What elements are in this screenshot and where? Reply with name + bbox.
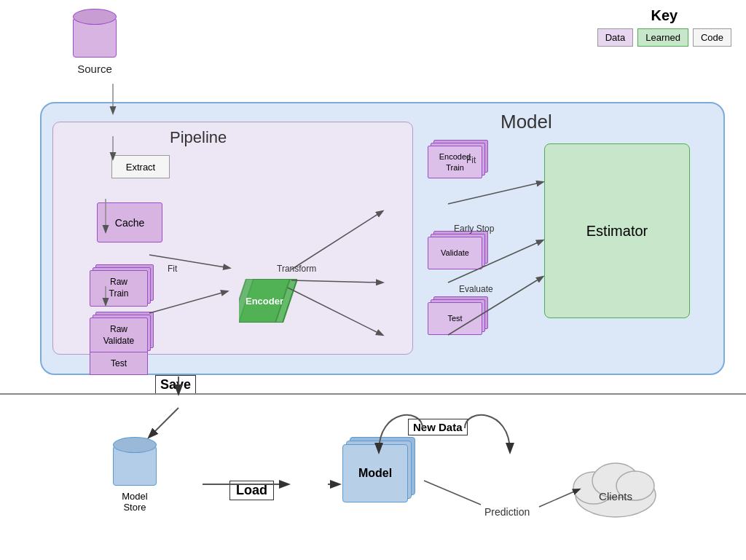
- key-data: Data: [597, 28, 633, 47]
- key-section: Key Data Learned Code: [597, 7, 731, 47]
- raw-train-line2: Train: [109, 288, 129, 300]
- enc-test-front: Test: [428, 302, 482, 335]
- source-label: Source: [77, 63, 112, 75]
- raw-val-front: Raw Validate: [90, 318, 148, 354]
- dividing-line: [0, 393, 746, 395]
- raw-val-line1: Raw: [110, 324, 127, 336]
- raw-train-wrapper: Raw Train: [90, 264, 159, 315]
- key-code: Code: [693, 28, 731, 47]
- cache-box: Cache: [97, 202, 162, 242]
- model-store-cylinder: [113, 437, 157, 488]
- fit-label2: Fit: [466, 155, 476, 165]
- source-cylinder: [73, 9, 117, 60]
- evaluate-label: Evaluate: [459, 284, 493, 294]
- raw-train-line1: Raw: [110, 277, 127, 288]
- extract-box: Extract: [111, 155, 170, 178]
- model-area-label: Model: [500, 111, 552, 133]
- save-label: Save: [155, 375, 196, 395]
- enc-val-label: Validate: [441, 248, 469, 258]
- source-db: Source: [73, 9, 117, 75]
- svg-text:Clients: Clients: [599, 490, 632, 502]
- svg-line-21: [149, 408, 178, 437]
- prediction-label: Prediction: [484, 506, 530, 518]
- fit-label1: Fit: [168, 264, 177, 274]
- bottom-model-label: Model: [358, 467, 392, 480]
- enc-val-wrapper: Validate: [428, 231, 492, 275]
- source-cylinder-top: [73, 9, 117, 25]
- raw-test-box: Test: [90, 352, 148, 375]
- main-box: Pipeline Extract Cache Raw Train: [40, 102, 725, 375]
- cache-label: Cache: [115, 217, 144, 229]
- transform-label: Transform: [277, 264, 316, 274]
- encoded-test-stack: Test: [428, 296, 492, 340]
- clients-cloud: Clients: [568, 448, 663, 524]
- model-store: Model Store: [113, 437, 157, 513]
- diagram-container: Key Data Learned Code Source Pipeline Ex…: [0, 0, 746, 560]
- bottom-model-stack: Model: [342, 437, 423, 510]
- load-label: Load: [229, 481, 274, 500]
- bm-front: Model: [342, 444, 408, 502]
- enc-train-line2: Train: [446, 162, 464, 173]
- encoder-shape: Encoder: [239, 279, 297, 326]
- enc-val-front: Validate: [428, 237, 482, 269]
- raw-val-line2: Validate: [103, 336, 134, 347]
- encoder-svg: Encoder: [239, 279, 297, 323]
- key-items: Data Learned Code: [597, 28, 731, 47]
- svg-text:Encoder: Encoder: [246, 296, 283, 307]
- raw-test-label: Test: [111, 358, 127, 368]
- extract-label: Extract: [126, 162, 155, 173]
- early-stop-label: Early Stop: [454, 224, 494, 234]
- new-data-label: New Data: [408, 419, 468, 435]
- key-learned: Learned: [637, 28, 688, 47]
- model-store-top: [113, 437, 157, 453]
- encoded-train-stack: Encoded Train: [428, 140, 492, 184]
- raw-train-stack: Raw Train: [90, 264, 159, 315]
- model-store-label: Model Store: [122, 491, 147, 513]
- bottom-model-wrapper: Model: [342, 437, 423, 510]
- clients-svg: Clients: [568, 448, 663, 521]
- enc-test-wrapper: Test: [428, 296, 492, 340]
- pipeline-box: Pipeline Extract Cache Raw Train: [52, 122, 413, 355]
- enc-test-label: Test: [447, 313, 462, 323]
- svg-line-24: [424, 481, 481, 505]
- raw-train-front: Raw Train: [90, 270, 148, 307]
- enc-train-wrapper: Encoded Train: [428, 140, 492, 184]
- estimator-box: Estimator: [544, 143, 690, 318]
- encoded-val-stack: Validate: [428, 231, 492, 275]
- pipeline-label: Pipeline: [170, 128, 227, 147]
- estimator-label: Estimator: [586, 223, 648, 240]
- raw-val-stack: Raw Validate Test: [90, 312, 159, 363]
- key-title: Key: [651, 7, 678, 24]
